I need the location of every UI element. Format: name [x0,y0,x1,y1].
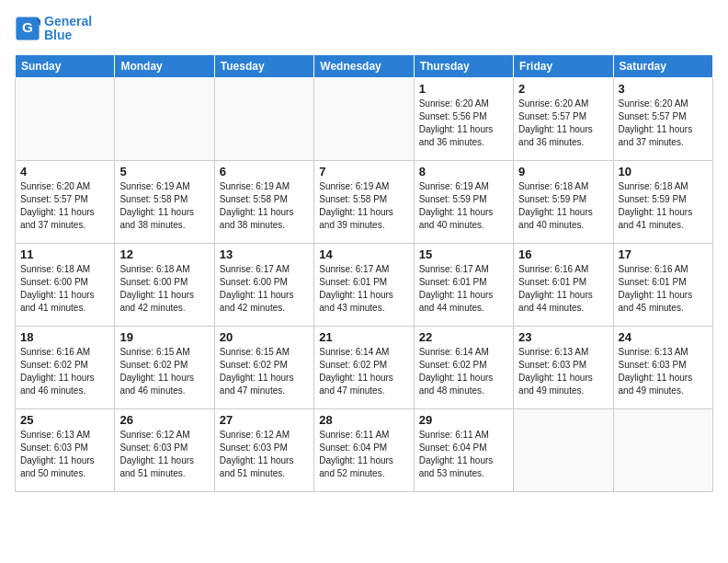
cell-daylight-info: Sunrise: 6:18 AM Sunset: 5:59 PM Dayligh… [619,180,708,232]
cell-day-number: 3 [619,82,708,96]
calendar-cell: 9Sunrise: 6:18 AM Sunset: 5:59 PM Daylig… [514,160,613,243]
weekday-header-row: SundayMondayTuesdayWednesdayThursdayFrid… [16,54,713,77]
calendar-cell: 2Sunrise: 6:20 AM Sunset: 5:57 PM Daylig… [514,77,613,160]
cell-day-number: 5 [119,165,209,178]
cell-day-number: 1 [419,82,508,96]
cell-daylight-info: Sunrise: 6:11 AM Sunset: 6:04 PM Dayligh… [319,429,408,480]
cell-day-number: 29 [419,413,508,427]
cell-day-number: 6 [220,165,309,178]
cell-day-number: 8 [419,165,508,178]
cell-daylight-info: Sunrise: 6:12 AM Sunset: 6:03 PM Dayligh… [220,429,309,480]
cell-day-number: 25 [20,413,109,427]
calendar-cell: 5Sunrise: 6:19 AM Sunset: 5:58 PM Daylig… [115,160,214,243]
cell-daylight-info: Sunrise: 6:18 AM Sunset: 6:00 PM Dayligh… [20,263,109,315]
calendar-cell: 19Sunrise: 6:15 AM Sunset: 6:02 PM Dayli… [115,326,214,408]
cell-day-number: 26 [119,413,209,427]
cell-daylight-info: Sunrise: 6:16 AM Sunset: 6:01 PM Dayligh… [518,263,608,315]
calendar-cell: 29Sunrise: 6:11 AM Sunset: 6:04 PM Dayli… [414,408,513,491]
calendar-cell: 18Sunrise: 6:16 AM Sunset: 6:02 PM Dayli… [16,326,115,408]
cell-day-number: 9 [518,165,608,178]
calendar-cell: 3Sunrise: 6:20 AM Sunset: 5:57 PM Daylig… [613,77,712,160]
calendar-cell: 28Sunrise: 6:11 AM Sunset: 6:04 PM Dayli… [314,408,414,491]
cell-day-number: 13 [220,247,309,261]
cell-daylight-info: Sunrise: 6:11 AM Sunset: 6:04 PM Dayligh… [419,429,508,480]
cell-day-number: 21 [319,330,408,344]
calendar-cell: 10Sunrise: 6:18 AM Sunset: 5:59 PM Dayli… [613,160,712,243]
calendar-cell: 20Sunrise: 6:15 AM Sunset: 6:02 PM Dayli… [214,326,313,408]
calendar-cell: 27Sunrise: 6:12 AM Sunset: 6:03 PM Dayli… [214,408,313,491]
cell-daylight-info: Sunrise: 6:13 AM Sunset: 6:03 PM Dayligh… [619,346,708,397]
cell-day-number: 22 [419,330,508,344]
cell-day-number: 17 [619,247,708,261]
cell-daylight-info: Sunrise: 6:19 AM Sunset: 5:59 PM Dayligh… [419,180,508,232]
cell-day-number: 19 [119,330,209,344]
calendar-cell [214,77,313,160]
page-header: G General Blue [15,15,713,43]
cell-day-number: 15 [419,247,508,261]
calendar-week-1: 1Sunrise: 6:20 AM Sunset: 5:56 PM Daylig… [16,77,713,160]
calendar-week-2: 4Sunrise: 6:20 AM Sunset: 5:57 PM Daylig… [16,160,713,243]
cell-daylight-info: Sunrise: 6:14 AM Sunset: 6:02 PM Dayligh… [419,346,508,397]
calendar-table: SundayMondayTuesdayWednesdayThursdayFrid… [15,54,713,492]
cell-daylight-info: Sunrise: 6:18 AM Sunset: 6:00 PM Dayligh… [119,263,209,315]
logo: G General Blue [15,15,92,43]
cell-day-number: 11 [20,247,109,261]
calendar-cell [314,77,414,160]
calendar-cell: 6Sunrise: 6:19 AM Sunset: 5:58 PM Daylig… [214,160,313,243]
calendar-header: SundayMondayTuesdayWednesdayThursdayFrid… [16,54,713,77]
cell-day-number: 28 [319,413,408,427]
weekday-tuesday: Tuesday [214,54,313,77]
cell-daylight-info: Sunrise: 6:17 AM Sunset: 6:00 PM Dayligh… [220,263,309,315]
weekday-friday: Friday [514,54,613,77]
cell-daylight-info: Sunrise: 6:20 AM Sunset: 5:57 PM Dayligh… [518,98,608,149]
calendar-cell: 21Sunrise: 6:14 AM Sunset: 6:02 PM Dayli… [314,326,414,408]
cell-day-number: 24 [619,330,708,344]
logo-blue: Blue [44,29,92,42]
calendar-cell: 12Sunrise: 6:18 AM Sunset: 6:00 PM Dayli… [115,243,214,326]
weekday-sunday: Sunday [16,54,115,77]
cell-daylight-info: Sunrise: 6:19 AM Sunset: 5:58 PM Dayligh… [119,180,209,232]
cell-day-number: 23 [518,330,608,344]
logo-general: General [44,15,92,29]
calendar-cell: 4Sunrise: 6:20 AM Sunset: 5:57 PM Daylig… [16,160,115,243]
cell-day-number: 16 [518,247,608,261]
cell-day-number: 4 [20,165,109,178]
calendar-week-3: 11Sunrise: 6:18 AM Sunset: 6:00 PM Dayli… [16,243,713,326]
calendar-cell: 8Sunrise: 6:19 AM Sunset: 5:59 PM Daylig… [414,160,513,243]
calendar-cell [613,408,712,491]
cell-daylight-info: Sunrise: 6:20 AM Sunset: 5:56 PM Dayligh… [419,98,508,149]
calendar-cell: 16Sunrise: 6:16 AM Sunset: 6:01 PM Dayli… [514,243,613,326]
calendar-cell: 26Sunrise: 6:12 AM Sunset: 6:03 PM Dayli… [115,408,214,491]
calendar-cell: 7Sunrise: 6:19 AM Sunset: 5:58 PM Daylig… [314,160,414,243]
svg-text:G: G [22,20,33,36]
calendar-week-5: 25Sunrise: 6:13 AM Sunset: 6:03 PM Dayli… [16,408,713,491]
cell-day-number: 10 [619,165,708,178]
calendar-cell: 11Sunrise: 6:18 AM Sunset: 6:00 PM Dayli… [16,243,115,326]
cell-day-number: 27 [220,413,309,427]
calendar-cell [115,77,214,160]
calendar-cell [514,408,613,491]
calendar-cell: 23Sunrise: 6:13 AM Sunset: 6:03 PM Dayli… [514,326,613,408]
cell-daylight-info: Sunrise: 6:16 AM Sunset: 6:02 PM Dayligh… [20,346,109,397]
cell-daylight-info: Sunrise: 6:19 AM Sunset: 5:58 PM Dayligh… [319,180,408,232]
cell-day-number: 20 [220,330,309,344]
cell-daylight-info: Sunrise: 6:17 AM Sunset: 6:01 PM Dayligh… [319,263,408,315]
calendar-cell: 22Sunrise: 6:14 AM Sunset: 6:02 PM Dayli… [414,326,513,408]
weekday-monday: Monday [115,54,214,77]
cell-daylight-info: Sunrise: 6:20 AM Sunset: 5:57 PM Dayligh… [619,98,708,149]
calendar-cell: 24Sunrise: 6:13 AM Sunset: 6:03 PM Dayli… [613,326,712,408]
calendar-body: 1Sunrise: 6:20 AM Sunset: 5:56 PM Daylig… [16,77,713,491]
cell-day-number: 7 [319,165,408,178]
calendar-cell [16,77,115,160]
cell-daylight-info: Sunrise: 6:19 AM Sunset: 5:58 PM Dayligh… [220,180,309,232]
calendar-cell: 25Sunrise: 6:13 AM Sunset: 6:03 PM Dayli… [16,408,115,491]
cell-daylight-info: Sunrise: 6:15 AM Sunset: 6:02 PM Dayligh… [220,346,309,397]
calendar-cell: 14Sunrise: 6:17 AM Sunset: 6:01 PM Dayli… [314,243,414,326]
weekday-wednesday: Wednesday [314,54,414,77]
cell-daylight-info: Sunrise: 6:13 AM Sunset: 6:03 PM Dayligh… [20,429,109,480]
cell-daylight-info: Sunrise: 6:16 AM Sunset: 6:01 PM Dayligh… [619,263,708,315]
calendar-cell: 13Sunrise: 6:17 AM Sunset: 6:00 PM Dayli… [214,243,313,326]
calendar-week-4: 18Sunrise: 6:16 AM Sunset: 6:02 PM Dayli… [16,326,713,408]
cell-daylight-info: Sunrise: 6:12 AM Sunset: 6:03 PM Dayligh… [119,429,209,480]
calendar-cell: 1Sunrise: 6:20 AM Sunset: 5:56 PM Daylig… [414,77,513,160]
